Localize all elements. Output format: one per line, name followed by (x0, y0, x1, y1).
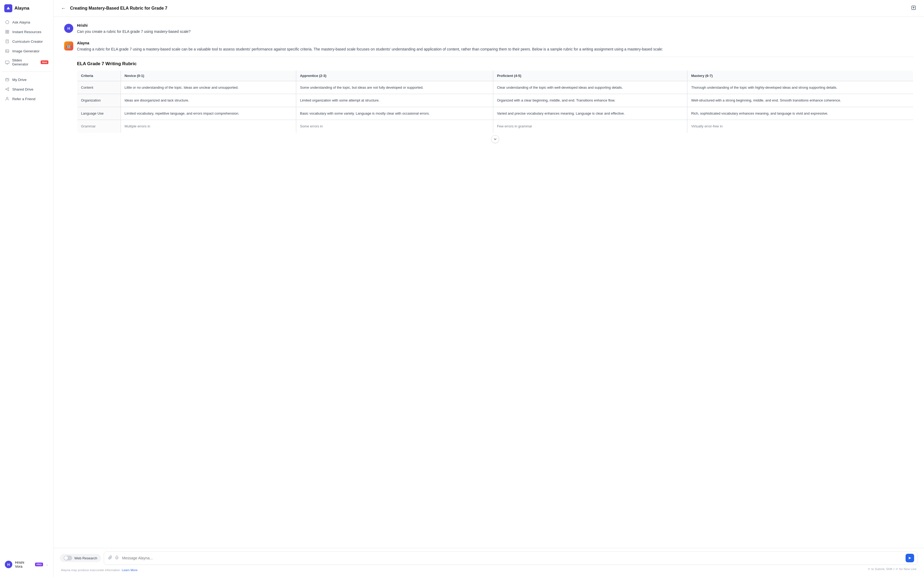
apprentice-cell: Some errors in (296, 120, 493, 133)
svg-point-19 (6, 97, 8, 99)
criteria-cell: Language Use (77, 107, 121, 120)
svg-point-16 (8, 90, 9, 91)
drive-icon (5, 77, 10, 82)
apprentice-cell: Basic vocabulary with some variety. Lang… (296, 107, 493, 120)
sidebar-item-slides-generator[interactable]: Slides Generator New (2, 56, 51, 68)
table-row: Language Use Limited vocabulary, repetit… (77, 107, 913, 120)
table-row: Organization Ideas are disorganized and … (77, 94, 913, 107)
sidebar-item-refer-friend[interactable]: Refer a Friend (2, 94, 51, 103)
proficient-cell: Clear understanding of the topic with we… (493, 81, 687, 94)
chevron-icon: ⌄ (46, 562, 48, 566)
col-apprentice: Apprentice (2-3) (296, 70, 493, 81)
scroll-indicator (77, 135, 913, 143)
share-button[interactable] (909, 4, 918, 13)
mastery-cell: Virtually error-free in (687, 120, 913, 133)
rubric-section: ELA Grade 7 Writing Rubric Criteria Novi… (77, 56, 913, 143)
sidebar-nav: Ask Alayna Instant Resources Curriculum … (0, 18, 53, 68)
sidebar-label: Shared Drive (12, 87, 34, 91)
sidebar-label: Image Generator (12, 49, 40, 53)
message-input-box (104, 551, 918, 565)
proficient-cell: Organized with a clear beginning, middle… (493, 94, 687, 107)
user-message-body: Hrishi Can you create a rubric for ELA g… (77, 23, 913, 34)
svg-rect-8 (6, 50, 9, 52)
col-criteria: Criteria (77, 70, 121, 81)
logo: Alayna (0, 4, 53, 18)
keyboard-hint: ↵ to Submit, Shift + ↵ for New Line (868, 567, 916, 571)
learn-more-link[interactable]: Learn More (122, 569, 138, 572)
scroll-down-button[interactable] (491, 135, 499, 143)
slides-icon (5, 60, 10, 64)
sidebar-label: Ask Alayna (12, 20, 30, 24)
toggle-switch (64, 556, 72, 561)
logo-icon (4, 4, 12, 12)
share-icon (5, 87, 10, 92)
user-profile[interactable]: H Hrishi Vora PRO ⌄ (2, 558, 51, 571)
svg-rect-21 (116, 556, 118, 558)
ai-intro-text: Creating a rubric for ELA grade 7 using … (77, 46, 913, 52)
user-name: Hrishi Vora (15, 561, 32, 569)
svg-rect-13 (6, 79, 9, 81)
circle-icon (5, 20, 10, 24)
pro-badge: PRO (35, 562, 43, 566)
page-title: Creating Mastery-Based ELA Rubric for Gr… (70, 6, 167, 11)
user-message-text: Can you create a rubric for ELA grade 7 … (77, 29, 913, 34)
avatar: H (5, 561, 12, 568)
sidebar-label: Slides Generator (12, 58, 38, 66)
sidebar-label: Refer a Friend (12, 97, 35, 101)
proficient-cell: Varied and precise vocabulary enhances m… (493, 107, 687, 120)
ai-name-label: Alayna (77, 41, 913, 45)
input-area: Web Research Alayna may produce inaccura… (53, 548, 924, 577)
sidebar-item-curriculum-creator[interactable]: Curriculum Creator (2, 37, 51, 46)
novice-cell: Multiple errors in (121, 120, 296, 133)
svg-point-0 (6, 21, 9, 24)
book-icon (5, 39, 10, 44)
criteria-cell: Organization (77, 94, 121, 107)
back-button[interactable]: ← (60, 5, 67, 12)
novice-cell: Little or no understanding of the topic.… (121, 81, 296, 94)
apprentice-cell: Some understanding of the topic, but ide… (296, 81, 493, 94)
rubric-table: Criteria Novice (0-1) Apprentice (2-3) P… (77, 70, 913, 133)
new-badge: New (40, 60, 48, 64)
svg-rect-1 (6, 30, 7, 32)
mic-button[interactable] (114, 554, 120, 562)
table-row: Grammar Multiple errors in Some errors i… (77, 120, 913, 133)
attach-button[interactable] (107, 554, 114, 562)
main-content: ← Creating Mastery-Based ELA Rubric for … (53, 0, 924, 577)
sidebar-item-ask-alayna[interactable]: Ask Alayna (2, 18, 51, 27)
sidebar-item-shared-drive[interactable]: Shared Drive (2, 85, 51, 94)
person-icon (5, 97, 10, 101)
col-proficient: Proficient (4-5) (493, 70, 687, 81)
novice-cell: Limited vocabulary, repetitive language,… (121, 107, 296, 120)
ai-avatar-img: 🤖 (64, 41, 73, 50)
web-research-label: Web Research (74, 556, 97, 560)
sidebar-label: Instant Resources (12, 30, 42, 34)
message-input[interactable] (122, 556, 903, 560)
criteria-cell: Content (77, 81, 121, 94)
sidebar-item-instant-resources[interactable]: Instant Resources (2, 27, 51, 36)
svg-line-17 (7, 89, 8, 89)
mastery-cell: Rich, sophisticated vocabulary enhances … (687, 107, 913, 120)
sidebar-label: Curriculum Creator (12, 40, 43, 44)
send-button[interactable] (906, 554, 914, 562)
col-novice: Novice (0-1) (121, 70, 296, 81)
header-left: ← Creating Mastery-Based ELA Rubric for … (60, 5, 167, 12)
logo-text: Alayna (15, 6, 29, 11)
svg-rect-2 (8, 30, 9, 32)
toggle-knob (64, 556, 68, 560)
sidebar-bottom: H Hrishi Vora PRO ⌄ (0, 556, 53, 573)
table-row: Content Little or no understanding of th… (77, 81, 913, 94)
ai-message-body: Alayna Creating a rubric for ELA grade 7… (77, 41, 913, 145)
sidebar-item-image-generator[interactable]: Image Generator (2, 47, 51, 56)
input-toolbar: Web Research (60, 551, 918, 565)
proficient-cell: Few errors in grammar (493, 120, 687, 133)
sidebar-item-my-drive[interactable]: My Drive (2, 75, 51, 84)
sidebar: Alayna Ask Alayna Instant Resources Curr… (0, 0, 53, 577)
rubric-title: ELA Grade 7 Writing Rubric (77, 56, 913, 66)
web-research-toggle[interactable]: Web Research (60, 554, 101, 562)
user-avatar: H (64, 24, 73, 33)
svg-point-14 (8, 88, 9, 89)
col-mastery: Mastery (6-7) (687, 70, 913, 81)
table-header-row: Criteria Novice (0-1) Apprentice (2-3) P… (77, 70, 913, 81)
chat-area: H Hrishi Can you create a rubric for ELA… (53, 17, 924, 548)
sidebar-label: My Drive (12, 78, 26, 82)
